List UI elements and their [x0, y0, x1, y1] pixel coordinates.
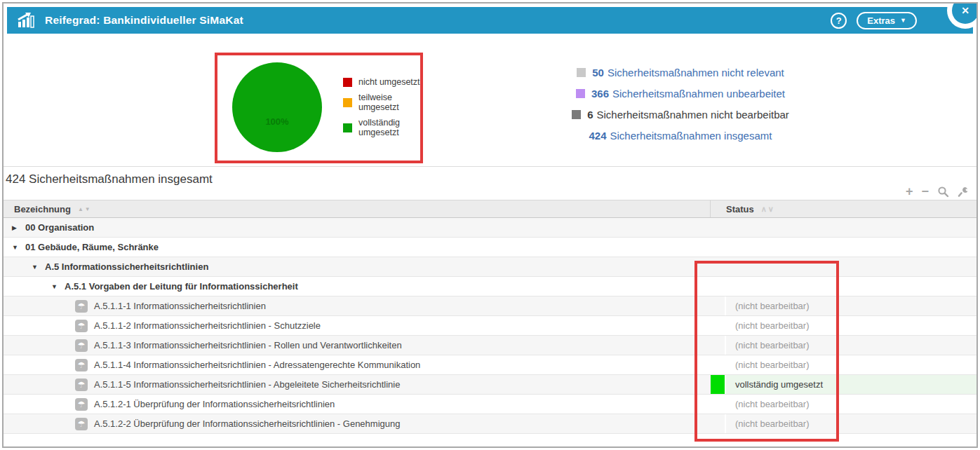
sort-icon[interactable]: ∧∨: [761, 205, 775, 214]
collapse-all-icon[interactable]: −: [921, 185, 929, 198]
measures-table: Bezeichnung ▲▼ Status ∧∨ ▶00 Organisatio…: [4, 200, 976, 434]
measure-label: A.5.1.1-3 Informationssicherheitsrichtli…: [94, 340, 402, 350]
app-window: Reifegrad: Bankindividueller SiMaKat ? E…: [2, 2, 978, 448]
measure-label: A.5.1.1-4 Informationssicherheitsrichtli…: [94, 360, 420, 370]
sort-icon[interactable]: ▲▼: [78, 206, 92, 212]
column-header-status[interactable]: Status ∧∨: [711, 204, 976, 214]
stat-value: 6: [587, 109, 593, 121]
status-cell: [711, 218, 976, 237]
measure-label: A.5.1.2-2 Überprüfung der Informationssi…: [94, 418, 400, 429]
table-header-row: Bezeichnung ▲▼ Status ∧∨: [4, 200, 976, 218]
tree-collapse-icon[interactable]: ▼: [51, 283, 61, 290]
stat-label: Sicherheitsmaßnahmen unbearbeitet: [612, 88, 785, 100]
group-label: A.5.1 Vorgaben der Leitung für Informati…: [65, 281, 298, 292]
expand-all-icon[interactable]: +: [906, 185, 913, 198]
status-color-swatch: [711, 375, 726, 394]
stat-value: 50: [592, 67, 604, 79]
status-strip: [711, 296, 726, 315]
help-button[interactable]: ?: [831, 13, 847, 29]
table-row[interactable]: ☂A.5.1.1-4 Informationssicherheitsrichtl…: [4, 355, 976, 375]
bezeichnung-cell: ▼01 Gebäude, Räume, Schränke: [4, 238, 711, 257]
legend-swatch-icon: [343, 98, 352, 107]
stat-value: 424: [589, 130, 607, 142]
pie-data-label: 100%: [265, 116, 288, 127]
table-body: ▶00 Organisation▼01 Gebäude, Räume, Schr…: [4, 218, 976, 434]
legend-swatch-icon: [343, 78, 352, 87]
column-label: Status: [726, 204, 754, 214]
legend-label: vollständig umgesetzt: [358, 118, 423, 137]
status-cell: [711, 277, 976, 296]
status-text: (nicht bearbeitbar): [726, 320, 810, 331]
measure-umbrella-icon: ☂: [75, 398, 88, 411]
table-row[interactable]: ▶00 Organisation: [4, 218, 976, 238]
measure-umbrella-icon: ☂: [75, 320, 88, 332]
chart-legend: nicht umgesetztteilweise umgesetztvollst…: [343, 77, 423, 137]
tree-collapse-icon[interactable]: ▼: [32, 264, 41, 271]
group-label: A.5 Informationssicherheitsrichtlinien: [45, 261, 208, 272]
table-row[interactable]: ☂A.5.1.1-3 Informationssicherheitsrichtl…: [4, 336, 976, 355]
status-strip: [711, 336, 726, 355]
status-cell: [711, 238, 976, 257]
status-strip: [711, 395, 726, 414]
group-label: 01 Gebäude, Räume, Schränke: [25, 242, 159, 252]
stat-line[interactable]: 50Sicherheitsmaßnahmen nicht relevant: [526, 62, 835, 83]
stat-swatch-icon: [577, 68, 586, 77]
table-row[interactable]: ☂A.5.1.1-1 Informationssicherheitsrichtl…: [4, 296, 976, 316]
list-heading-block: 424 Sicherheitsmaßnahmen insgesamt + −: [4, 167, 976, 200]
legend-label: teilweise umgesetzt: [358, 93, 423, 112]
legend-item: teilweise umgesetzt: [343, 93, 423, 112]
legend-item: nicht umgesetzt: [343, 77, 423, 87]
status-strip: [711, 316, 726, 335]
status-text: vollständig umgesetzt: [726, 379, 823, 390]
stat-swatch-icon: [572, 110, 581, 119]
table-row[interactable]: ☂A.5.1.2-2 Überprüfung der Informationss…: [4, 414, 976, 434]
bezeichnung-cell: ☂A.5.1.1-5 Informationssicherheitsrichtl…: [4, 375, 711, 394]
table-row[interactable]: ▼01 Gebäude, Räume, Schränke: [4, 238, 976, 257]
tree-expand-icon[interactable]: ▶: [12, 224, 22, 231]
legend-swatch-icon: [343, 123, 352, 132]
stat-value: 366: [591, 88, 609, 100]
group-label: 00 Organisation: [25, 222, 94, 233]
column-header-bezeichnung[interactable]: Bezeichnung ▲▼: [4, 200, 711, 217]
measure-umbrella-icon: ☂: [75, 359, 88, 371]
bezeichnung-cell: ☂A.5.1.1-3 Informationssicherheitsrichtl…: [4, 336, 711, 355]
table-row[interactable]: ▼A.5 Informationssicherheitsrichtlinien: [4, 257, 976, 277]
bezeichnung-cell: ☂A.5.1.1-1 Informationssicherheitsrichtl…: [4, 296, 711, 315]
status-cell: (nicht bearbeitbar): [711, 336, 976, 355]
summary-panel: 100% nicht umgesetztteilweise umgesetztv…: [7, 34, 973, 166]
status-text: (nicht bearbeitbar): [726, 301, 810, 311]
status-cell: (nicht bearbeitbar): [711, 355, 976, 374]
bezeichnung-cell: ▼A.5 Informationssicherheitsrichtlinien: [4, 257, 711, 276]
legend-item: vollständig umgesetzt: [343, 118, 423, 137]
status-cell: [711, 257, 976, 276]
measure-label: A.5.1.1-5 Informationssicherheitsrichtli…: [94, 379, 400, 390]
header-bar: Reifegrad: Bankindividueller SiMaKat ? E…: [7, 7, 973, 34]
tree-collapse-icon[interactable]: ▼: [12, 244, 22, 251]
table-row[interactable]: ▼A.5.1 Vorgaben der Leitung für Informat…: [4, 277, 976, 296]
measure-umbrella-icon: ☂: [75, 418, 88, 430]
measure-label: A.5.1.1-1 Informationssicherheitsrichtli…: [94, 301, 266, 311]
status-cell: (nicht bearbeitbar): [711, 395, 976, 414]
measure-label: A.5.1.2-1 Überprüfung der Informationssi…: [94, 399, 335, 409]
status-text: (nicht bearbeitbar): [726, 360, 810, 370]
stat-line[interactable]: 424Sicherheitsmaßnahmen insgesamt: [526, 125, 835, 146]
table-row[interactable]: ☂A.5.1.1-5 Informationssicherheitsrichtl…: [4, 375, 976, 395]
bezeichnung-cell: ☂A.5.1.2-2 Überprüfung der Informationss…: [4, 414, 711, 433]
maturity-pie-chart: 100% nicht umgesetztteilweise umgesetztv…: [221, 55, 423, 160]
stat-line[interactable]: 366Sicherheitsmaßnahmen unbearbeitet: [526, 83, 835, 104]
stat-swatch-icon: [576, 89, 585, 98]
table-row[interactable]: ☂A.5.1.1-2 Informationssicherheitsrichtl…: [4, 316, 976, 336]
status-strip: [711, 355, 726, 374]
wrench-icon[interactable]: [958, 186, 969, 198]
status-strip: [711, 414, 726, 433]
bezeichnung-cell: ☂A.5.1.1-2 Informationssicherheitsrichtl…: [4, 316, 711, 335]
chevron-down-icon: ▼: [900, 18, 906, 24]
search-icon[interactable]: [937, 186, 949, 198]
status-cell: (nicht bearbeitbar): [711, 414, 976, 433]
legend-label: nicht umgesetzt: [358, 77, 420, 87]
close-icon: ✕: [952, 2, 978, 24]
extras-dropdown-button[interactable]: Extras ▼: [857, 12, 917, 29]
measure-umbrella-icon: ☂: [75, 339, 88, 352]
table-row[interactable]: ☂A.5.1.2-1 Überprüfung der Informationss…: [4, 395, 976, 414]
bezeichnung-cell: ▼A.5.1 Vorgaben der Leitung für Informat…: [4, 277, 711, 296]
